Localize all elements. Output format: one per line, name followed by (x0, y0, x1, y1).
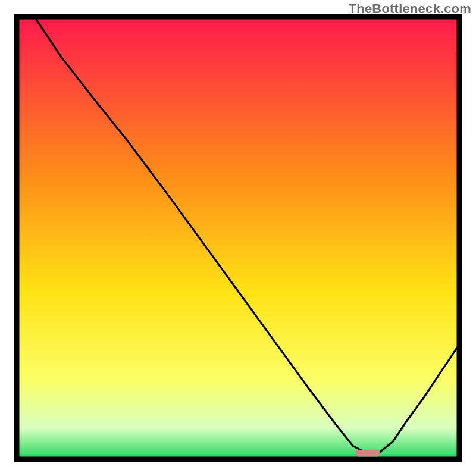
plot-area (17, 17, 459, 459)
bottleneck-chart (0, 0, 476, 476)
heatmap-background (17, 17, 459, 459)
optimum-pill (355, 450, 380, 457)
watermark-text: TheBottleneck.com (349, 1, 471, 17)
chart-frame: TheBottleneck.com (0, 0, 476, 476)
